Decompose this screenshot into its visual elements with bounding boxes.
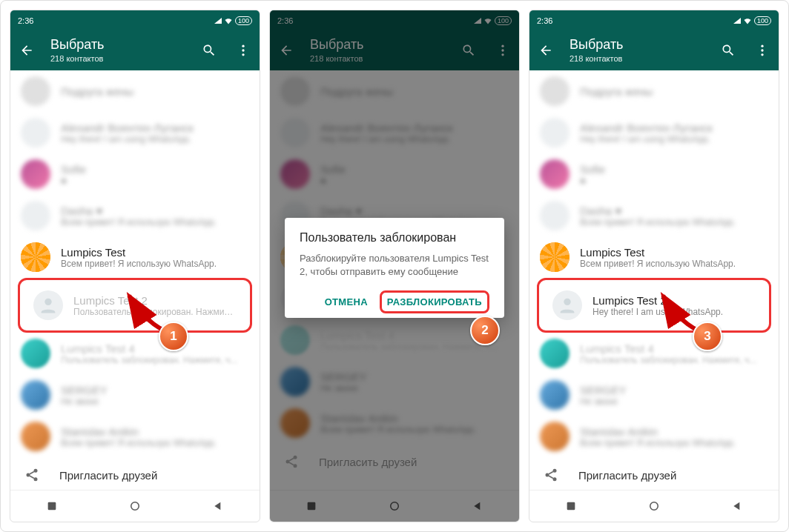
cancel-button[interactable]: ОТМЕНА <box>317 290 375 313</box>
svg-point-10 <box>131 502 139 511</box>
avatar <box>33 290 63 320</box>
svg-point-24 <box>564 299 570 305</box>
nav-home-icon[interactable] <box>647 499 661 513</box>
svg-point-4 <box>34 469 38 473</box>
search-icon <box>202 43 217 58</box>
svg-point-26 <box>546 473 549 477</box>
nav-back-icon[interactable] <box>731 500 743 512</box>
search-button[interactable] <box>199 40 219 61</box>
status-bar: 2:36 100 <box>529 10 779 31</box>
invite-friends-row[interactable]: Пригласить друзей <box>529 457 779 490</box>
contact-row[interactable]: Alexandr Воентех-ЛуганскHey there! I am … <box>529 112 779 153</box>
step-marker-1: 1 <box>159 322 188 351</box>
svg-point-22 <box>761 49 763 51</box>
svg-point-21 <box>761 44 763 47</box>
contact-row[interactable]: Подруга жены <box>10 70 260 112</box>
invite-label: Пригласить друзей <box>59 469 157 482</box>
avatar <box>552 290 582 320</box>
contact-row[interactable]: Stanislav AnikinВсем привет! Я использую… <box>10 416 260 457</box>
wifi-icon <box>743 16 752 25</box>
invite-friends-row[interactable]: Пригласить друзей <box>10 457 260 490</box>
search-button[interactable] <box>718 40 739 61</box>
wifi-icon <box>224 16 233 25</box>
svg-point-27 <box>553 477 557 481</box>
svg-point-5 <box>27 473 30 477</box>
contact-row[interactable]: Stanislav AnikinВсем привет! Я использую… <box>529 416 779 457</box>
battery-indicator: 100 <box>235 16 252 25</box>
share-icon <box>544 468 558 482</box>
contact-row[interactable]: Alexandr Воентех-ЛуганскHey there! I am … <box>10 112 260 153</box>
contact-row-lumpics[interactable]: Lumpics TestВсем привет! Я использую Wha… <box>10 236 260 278</box>
svg-point-25 <box>553 469 557 473</box>
app-bar: Выбрать218 контактов <box>529 31 779 70</box>
svg-point-3 <box>44 299 51 305</box>
svg-point-31 <box>650 502 658 511</box>
android-navbar <box>10 490 260 522</box>
step-marker-3: 3 <box>693 322 722 351</box>
appbar-subtitle: 218 контактов <box>50 54 185 63</box>
appbar-title: Выбрать <box>50 37 185 53</box>
android-navbar <box>529 490 779 522</box>
nav-recent-icon[interactable] <box>46 500 58 512</box>
person-icon <box>38 295 59 316</box>
contact-row-lumpics[interactable]: Lumpics TestВсем привет! Я использую Wha… <box>529 236 779 278</box>
contact-row[interactable]: Sofie♣ <box>10 153 260 195</box>
search-icon <box>721 43 736 58</box>
avatar <box>540 242 570 272</box>
svg-rect-30 <box>567 502 575 511</box>
dialog-message: Разблокируйте пользователя Lumpics Test … <box>300 252 489 279</box>
contact-row[interactable]: Dasha ♥Всем привет! Я использую WhatsApp… <box>529 195 779 236</box>
svg-point-1 <box>242 49 244 51</box>
person-icon <box>557 295 578 316</box>
back-button[interactable] <box>16 40 37 61</box>
avatar <box>21 242 50 272</box>
menu-button[interactable] <box>752 40 773 61</box>
nav-recent-icon[interactable] <box>565 500 577 512</box>
contact-row[interactable]: SERGEYНе звони <box>529 374 779 416</box>
contact-row[interactable]: Подруга жены <box>529 70 779 112</box>
nav-back-icon[interactable] <box>212 500 224 512</box>
svg-point-23 <box>761 53 763 56</box>
phone-screen-2: 2:36 100 Выбрать218 контактов Подруга же… <box>269 10 520 522</box>
status-bar: 2:36 100 <box>10 10 260 31</box>
menu-button[interactable] <box>233 40 254 61</box>
svg-point-0 <box>242 44 244 47</box>
contact-row[interactable]: Sofie♣ <box>529 153 779 195</box>
phone-screen-3: 2:36 100 Выбрать218 контактов Подруга же… <box>529 10 779 522</box>
step-marker-2: 2 <box>470 316 500 345</box>
arrow-back-icon <box>19 43 34 58</box>
more-vert-icon <box>236 43 251 58</box>
status-time: 2:36 <box>18 16 33 25</box>
more-vert-icon <box>755 43 770 58</box>
nav-home-icon[interactable] <box>128 499 142 513</box>
phone-screen-1: 2:36 100 Выбрать 218 контактов Подр <box>10 10 260 522</box>
avatar <box>21 339 50 368</box>
share-icon <box>24 468 39 482</box>
unblock-button[interactable]: РАЗБЛОКИРОВАТЬ <box>380 290 489 313</box>
dialog-title: Пользователь заблокирован <box>300 231 489 245</box>
svg-rect-9 <box>47 502 56 511</box>
signal-icon <box>214 16 222 25</box>
unblock-dialog: Пользователь заблокирован Разблокируйте … <box>285 218 504 318</box>
contact-row[interactable]: Dasha ♥Всем привет! Я использую WhatsApp… <box>10 195 260 236</box>
app-bar: Выбрать 218 контактов <box>10 31 260 70</box>
arrow-back-icon <box>538 43 553 58</box>
svg-point-2 <box>242 53 244 56</box>
svg-point-6 <box>34 477 38 481</box>
back-button[interactable] <box>535 40 556 61</box>
contact-row[interactable]: SERGEYНе звони <box>10 374 260 416</box>
signal-icon <box>733 16 741 25</box>
